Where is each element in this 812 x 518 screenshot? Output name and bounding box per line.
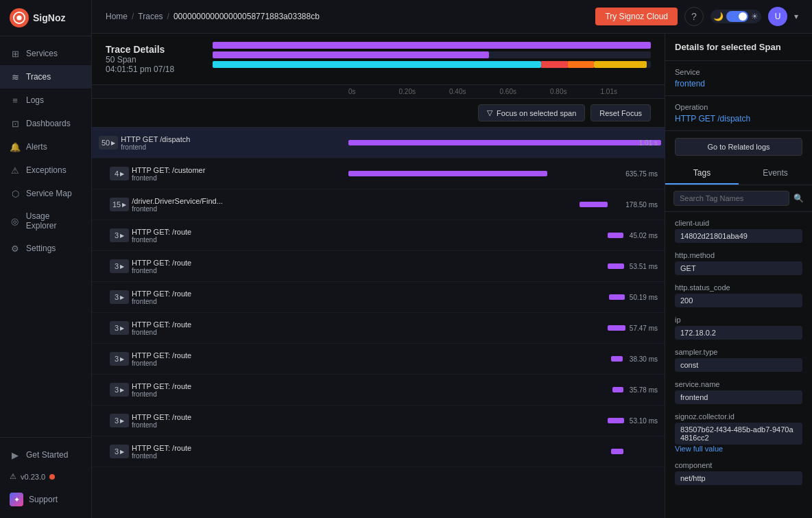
span-row[interactable]: 3 ▶ HTTP GET: /route frontend 38.30 ms: [92, 344, 665, 375]
gantt-bar-1: [213, 42, 651, 49]
sidebar-item-support[interactable]: ✦ Support: [0, 486, 91, 513]
tag-key: signoz.collector.id: [675, 412, 802, 421]
tag-item: sampler.type const: [665, 344, 812, 376]
span-count-badge: 3 ▶: [110, 290, 129, 304]
span-bar: [609, 294, 625, 300]
span-row[interactable]: 15 ▶ /driver.DriverService/Find... front…: [92, 189, 665, 220]
tag-item: http.method GET: [665, 247, 812, 279]
span-count-badge: 3 ▶: [110, 259, 129, 273]
go-to-related-logs-button[interactable]: Go to Related logs: [675, 138, 802, 156]
help-button[interactable]: ?: [684, 7, 704, 26]
moon-icon: 🌙: [713, 12, 724, 21]
span-row[interactable]: 3 ▶ HTTP GET: /route frontend 53.10 ms: [92, 405, 665, 436]
breadcrumb-home[interactable]: Home: [106, 12, 128, 21]
span-right: 635.75 ms: [348, 158, 665, 189]
span-left: 3 ▶ HTTP GET: /route frontend: [92, 316, 348, 340]
sidebar-item-label: Services: [26, 49, 58, 58]
span-name: HTTP GET: /route frontend: [132, 413, 342, 429]
sidebar-item-traces[interactable]: ≋ Traces: [0, 65, 91, 89]
span-bar-container: [348, 414, 665, 427]
warning-icon: ⚠: [10, 472, 16, 481]
sidebar-item-label: Usage Explorer: [26, 211, 82, 231]
expand-icon: ▶: [120, 171, 124, 177]
span-bar-container: [348, 321, 665, 335]
theme-toggle[interactable]: 🌙 ☀: [710, 10, 761, 23]
reset-focus-button[interactable]: Reset Focus: [590, 104, 651, 121]
avatar[interactable]: U: [768, 7, 787, 26]
settings-icon: ⚙: [10, 243, 21, 254]
toggle-switch[interactable]: [726, 11, 748, 22]
focus-selected-button[interactable]: ▽ Focus on selected span: [478, 104, 585, 121]
logo-icon: [10, 8, 29, 27]
expand-icon: ▶: [120, 294, 124, 301]
tag-search-input[interactable]: [673, 191, 789, 206]
sidebar-item-logs[interactable]: ≡ Logs: [0, 89, 91, 112]
trace-header: Trace Details 50 Span 04:01:51 pm 07/18: [92, 34, 665, 85]
span-row[interactable]: 4 ▶ HTTP GET: /customer frontend 635.75 …: [92, 158, 665, 189]
expand-icon: ▶: [120, 418, 124, 424]
span-count-badge: 3 ▶: [110, 414, 129, 427]
tag-value-box: 172.18.0.2: [675, 326, 802, 340]
span-name: HTTP GET: /route frontend: [132, 320, 342, 336]
breadcrumb-sep1: /: [132, 12, 134, 21]
sidebar-item-settings[interactable]: ⚙ Settings: [0, 237, 91, 260]
tag-search-button[interactable]: 🔍: [793, 193, 804, 203]
service-value[interactable]: frontend: [675, 79, 802, 89]
span-row[interactable]: 3 ▶ HTTP GET: /route frontend 50.19 ms: [92, 282, 665, 313]
view-full-value-link[interactable]: View full value: [675, 445, 802, 453]
expand-icon: ▶: [120, 449, 124, 455]
gantt-bar-3: [213, 61, 651, 68]
logo[interactable]: SigNoz: [0, 0, 91, 36]
ruler-3: 0.60s: [500, 88, 551, 95]
tag-value-box: const: [675, 358, 802, 372]
service-label: Service: [675, 68, 802, 76]
sidebar-item-alerts[interactable]: 🔔 Alerts: [0, 135, 91, 158]
span-name: HTTP GET: /customer frontend: [132, 166, 342, 182]
breadcrumb-traces[interactable]: Traces: [138, 12, 163, 21]
span-service-text: frontend: [132, 298, 342, 305]
sidebar-item-exceptions[interactable]: ⚠ Exceptions: [0, 158, 91, 182]
span-name: HTTP GET: /route frontend: [132, 259, 342, 274]
sidebar-item-usage-explorer[interactable]: ◎ Usage Explorer: [0, 205, 91, 237]
content-area: Trace Details 50 Span 04:01:51 pm 07/18: [92, 34, 812, 518]
try-cloud-button[interactable]: Try Signoz Cloud: [595, 8, 678, 25]
span-service-text: frontend: [132, 360, 342, 367]
span-bar: [348, 171, 547, 176]
span-name-text: HTTP GET: /route: [132, 228, 342, 236]
logs-icon: ≡: [10, 95, 21, 106]
tag-key: service.name: [675, 380, 802, 388]
span-right: 45.02 ms: [348, 220, 665, 250]
tag-value-box: net/http: [675, 471, 802, 485]
user-menu-chevron[interactable]: ▾: [794, 12, 798, 21]
tag-value-box: GET: [675, 261, 802, 275]
version-dot: [49, 474, 55, 480]
span-right: 53.51 ms: [348, 251, 665, 281]
sidebar-item-dashboards[interactable]: ⊡ Dashboards: [0, 112, 91, 135]
tag-key: client-uuid: [675, 219, 802, 227]
tab-events[interactable]: Events: [739, 163, 812, 185]
span-name-text: HTTP GET: /route: [132, 444, 342, 452]
span-row[interactable]: 3 ▶ HTTP GET: /route frontend 57.47 ms: [92, 313, 665, 344]
span-duration: 635.75 ms: [625, 170, 658, 178]
sidebar-item-label: Exceptions: [26, 165, 67, 175]
span-row[interactable]: 3 ▶ HTTP GET: /route frontend 35.78 ms: [92, 375, 665, 405]
tag-value-box: 200: [675, 294, 802, 307]
span-bar: [611, 356, 623, 362]
span-count-badge: 3 ▶: [110, 383, 129, 397]
span-bar-container: [348, 228, 665, 242]
span-row[interactable]: 3 ▶ HTTP GET: /route frontend 53.51 ms: [92, 251, 665, 282]
span-row[interactable]: 3 ▶ HTTP GET: /route frontend 45.02 ms: [92, 220, 665, 251]
gantt-bar-2: [213, 51, 651, 58]
span-duration: 53.51 ms: [630, 263, 658, 270]
span-duration: 38.30 ms: [630, 355, 658, 363]
panel-operation-section: Operation HTTP GET /dispatch: [665, 96, 812, 131]
tab-tags[interactable]: Tags: [665, 163, 739, 185]
sidebar-item-label: Alerts: [26, 142, 47, 152]
span-row[interactable]: 3 ▶ HTTP GET: /route frontend: [92, 436, 665, 467]
span-name-text: HTTP GET: /route: [132, 320, 342, 329]
sidebar-item-get-started[interactable]: ▶ Get Started: [0, 443, 91, 467]
sidebar-item-service-map[interactable]: ⬡ Service Map: [0, 182, 91, 205]
sidebar-item-services[interactable]: ⊞ Services: [0, 42, 91, 65]
span-row[interactable]: 50 ▶ HTTP GET /dispatch frontend 1.01 s: [92, 128, 665, 158]
span-service-text: frontend: [132, 421, 342, 429]
